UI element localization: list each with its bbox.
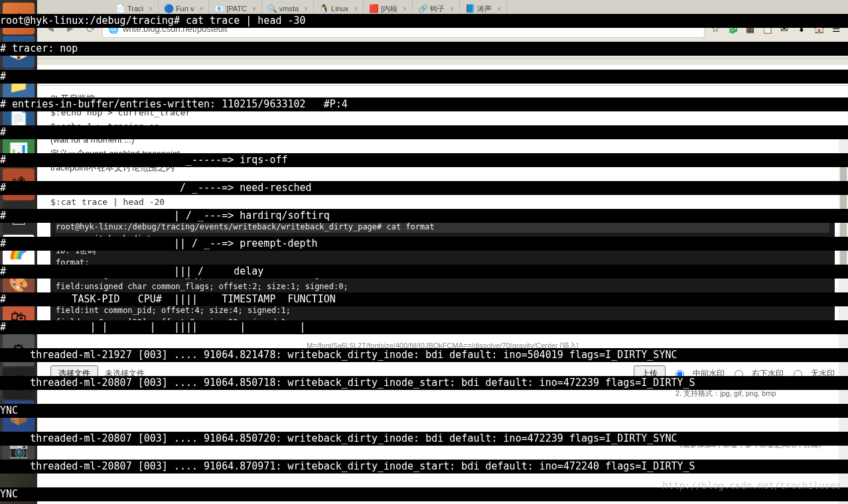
code-icon[interactable]: </> xyxy=(818,70,829,80)
mail-icon[interactable]: ✉ xyxy=(778,22,791,35)
bookmark-folder[interactable]: 📁diy xyxy=(647,44,670,54)
bookmark-folder[interactable]: 📁工具使用 xyxy=(539,44,584,55)
close-icon[interactable]: × xyxy=(450,5,454,13)
outdent-icon[interactable]: ⇤ xyxy=(193,70,200,80)
launcher-gimp-icon[interactable]: 🎨 xyxy=(3,268,35,300)
tab-label: Traci xyxy=(127,5,143,13)
bookmark-label: today xyxy=(730,44,749,54)
quote-icon[interactable]: ❝ xyxy=(224,70,228,80)
capture-icon[interactable]: 📋 xyxy=(760,22,774,35)
launcher-writer-icon[interactable]: 📄 xyxy=(3,102,35,134)
bookmark-folder[interactable]: 📁today xyxy=(717,44,749,54)
back-button[interactable]: ◄ xyxy=(42,19,58,38)
redo-icon[interactable]: ↷ xyxy=(54,70,61,80)
menu-icon[interactable]: ☰ xyxy=(829,22,843,35)
folder-icon: 📁 xyxy=(679,44,689,54)
close-icon[interactable]: × xyxy=(199,5,203,13)
bookmark-label: tmp xyxy=(421,44,435,54)
link-icon[interactable]: 🔗 xyxy=(247,70,257,80)
extension-icon[interactable]: ▦ xyxy=(743,22,756,35)
tab[interactable]: 🐧Linux× xyxy=(314,0,364,17)
code-line: name: writeback_dirty_page xyxy=(56,233,829,245)
url-input[interactable]: 🌐 write.blog.csdn.net/postedit xyxy=(102,19,705,38)
indent-icon[interactable]: ⇥ xyxy=(205,70,212,80)
image-icon[interactable]: 🖼 xyxy=(234,70,242,80)
folder-icon: 📁 xyxy=(444,44,454,54)
bookmark-folder[interactable]: 📁tmp xyxy=(409,44,435,54)
bookmark-folder[interactable]: 📁opensource xyxy=(444,44,498,54)
file-name-label: 未选择文件 xyxy=(105,368,145,379)
bookmark-folder[interactable]: 📁诗词 xyxy=(679,44,708,55)
unity-launcher: ◉ 🦊 📁 📄 📊 📽 ▣ 🌈 🎨 🛍 ⚙ ⓐ 📦 📷 xyxy=(0,0,37,504)
tab[interactable]: 🔍vmsta× xyxy=(262,0,314,17)
close-icon[interactable]: × xyxy=(252,5,256,13)
forward-button[interactable]: ► xyxy=(62,19,78,38)
code-line: field:unsigned char common_preempt_count… xyxy=(56,292,829,304)
paste-icon[interactable]: 📋 xyxy=(101,70,111,80)
download-icon[interactable]: ⬇ xyxy=(795,22,808,35)
code-line: field:unsigned char common_flags; offset… xyxy=(56,281,829,292)
italic-icon[interactable]: I xyxy=(135,70,137,80)
tab[interactable]: 📘涛声× xyxy=(460,0,507,17)
launcher-amazon-icon[interactable]: ⓐ xyxy=(3,367,35,399)
close-icon[interactable]: × xyxy=(354,5,358,13)
bookmark-folder[interactable]: 📁linux xyxy=(370,44,399,54)
reload-button[interactable]: ⟳ xyxy=(82,19,98,38)
numlist-icon[interactable]: ≣ xyxy=(181,70,188,80)
strike-icon[interactable]: S xyxy=(153,70,159,80)
launcher-screenshot-icon[interactable]: 📷 xyxy=(3,434,35,466)
scrollbar-thumb[interactable] xyxy=(840,157,847,276)
tab[interactable]: 🔵Fun v× xyxy=(159,0,209,17)
list-icon[interactable]: ≡ xyxy=(171,70,176,80)
close-icon[interactable]: × xyxy=(304,5,308,13)
launcher-software-icon[interactable]: 🛍 xyxy=(3,301,35,333)
tab[interactable]: 🔗钩子× xyxy=(413,0,460,17)
expand-icon[interactable]: ⛶ xyxy=(835,70,843,80)
folder-icon: 📁 xyxy=(647,44,657,54)
launcher-calc-icon[interactable]: 📊 xyxy=(3,135,35,167)
launcher-files-icon[interactable]: 📁 xyxy=(3,69,35,101)
tab[interactable]: 📄Traci× xyxy=(110,0,159,17)
launcher-settings-icon[interactable]: ⚙ xyxy=(3,334,35,366)
scrollbar[interactable] xyxy=(839,130,848,504)
code-block: root@hyk-linux:/debug/tracing/events/wri… xyxy=(50,216,835,334)
code-line: root@hyk-linux:/debug/tracing/events/wri… xyxy=(56,221,829,233)
launcher-vbox-icon[interactable]: 📦 xyxy=(3,401,35,432)
bookmark-folder[interactable]: 📁xfs xyxy=(507,44,530,54)
bold-icon[interactable]: B xyxy=(123,70,129,80)
cut-icon[interactable]: ✂ xyxy=(74,70,80,80)
folder-icon: 📁 xyxy=(539,44,549,54)
editor-content[interactable]: 2) 开启监控 $:echo nop > current_tracer $:ec… xyxy=(37,86,848,359)
close-icon[interactable]: × xyxy=(497,5,501,13)
dragon-icon[interactable]: 🐉 xyxy=(726,22,739,35)
bookmark-label: xfs xyxy=(520,44,530,54)
emoji-icon[interactable]: ☺ xyxy=(262,70,270,80)
launcher-terminal-icon[interactable]: ▣ xyxy=(3,202,35,233)
upload-button[interactable]: 上传 xyxy=(634,365,666,382)
undo-icon[interactable]: ↶ xyxy=(42,70,49,80)
launcher-impress-icon[interactable]: 📽 xyxy=(3,168,35,200)
tab[interactable]: 📧[PATC× xyxy=(209,0,262,17)
bookmark-label: linux xyxy=(383,44,399,54)
launcher-home-icon[interactable]: ◉ xyxy=(3,3,35,34)
close-icon[interactable]: × xyxy=(403,5,407,13)
content-heading: 3) 结果查看：event trace的意义 xyxy=(50,182,835,196)
star-icon[interactable]: ☆ xyxy=(709,22,722,35)
bookmark-label: diy xyxy=(660,44,670,54)
underline-icon[interactable]: U xyxy=(142,70,148,80)
bookmark-label: 工具使用 xyxy=(552,44,584,55)
launcher-firefox-icon[interactable]: 🦊 xyxy=(3,36,35,68)
tab[interactable]: 🟥[内核× xyxy=(364,0,413,17)
folder-icon: 📁 xyxy=(409,44,419,54)
copy-icon[interactable]: 📄 xyxy=(86,70,96,80)
tab-label: vmsta xyxy=(279,5,299,13)
home-icon[interactable]: 🏠 xyxy=(812,22,825,35)
bookmark-folder[interactable]: 📁linux命令 xyxy=(593,44,638,55)
tab-label: 钩子 xyxy=(430,4,445,14)
code-line: field:__u8 name[32]; offset:8; size:32; … xyxy=(56,316,829,328)
choose-file-button[interactable]: 选择文件 xyxy=(50,365,98,382)
bookmark-label: linux命令 xyxy=(606,44,638,55)
launcher-chrome-icon[interactable]: 🌈 xyxy=(3,235,35,267)
close-icon[interactable]: × xyxy=(149,5,153,13)
content-heading: 2) 开启监控 xyxy=(50,92,835,106)
